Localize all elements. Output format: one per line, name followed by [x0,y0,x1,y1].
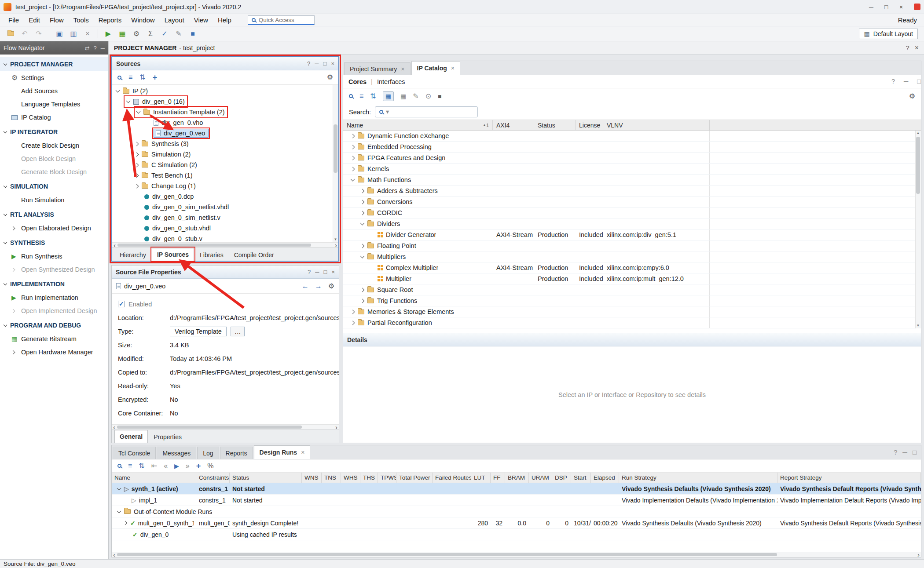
chevron-right-icon[interactable] [351,309,355,314]
help-icon[interactable] [308,269,311,275]
toggle-panel-icon[interactable] [85,45,90,51]
close-tab-icon[interactable] [301,449,304,455]
catalog-row[interactable]: Math Functions [343,175,921,186]
chevron-right-icon[interactable] [135,173,139,178]
column-dsp[interactable]: DSP [552,473,571,483]
enabled-checkbox[interactable] [118,301,125,307]
edit-icon[interactable] [172,28,185,40]
chevron-right-icon[interactable] [135,142,139,146]
minimize-panel-icon[interactable] [902,449,907,455]
tree-item-sim-netlist-vhdl[interactable]: div_gen_0_sim_netlist.vhdl [112,202,338,212]
tree-item-synthesis[interactable]: Synthesis (3) [112,138,338,149]
column-license[interactable]: License [576,120,603,130]
browse-button[interactable]: … [231,327,245,336]
column-lut[interactable]: LUT [471,473,491,483]
vertical-scrollbar[interactable] [333,85,338,242]
close-icon[interactable] [894,4,909,10]
column-tns[interactable]: TNS [322,473,341,483]
horizontal-scrollbar[interactable] [112,424,339,430]
add-run-icon[interactable] [196,462,201,470]
chevron-down-icon[interactable] [351,177,355,182]
column-status[interactable]: Status [230,473,302,483]
tree-item-stub-v[interactable]: div_gen_0_stub.v [112,233,338,242]
close-tab-icon[interactable] [401,66,404,72]
menu-edit[interactable]: Edit [24,14,45,26]
flow-item-run-synthesis[interactable]: Run Synthesis [0,250,108,263]
flow-section-synthesis[interactable]: SYNTHESIS [0,236,108,250]
flow-item-language-templates[interactable]: Language Templates [0,98,108,111]
customize-icon[interactable] [413,93,418,100]
chevron-down-icon[interactable] [117,509,121,513]
chevron-right-icon[interactable] [135,152,139,157]
redo-icon[interactable] [33,28,45,40]
add-sources-icon[interactable] [153,73,158,81]
flow-section-rtl-analysis[interactable]: RTL ANALYSIS [0,208,108,222]
float-panel-icon[interactable] [324,269,327,275]
expand-collapse-icon[interactable] [139,74,145,81]
catalog-row-complex-multiplier[interactable]: Complex MultiplierAXI4-StreamProductionI… [343,262,921,273]
menu-view[interactable]: View [189,14,213,26]
catalog-searchbox[interactable] [375,106,478,117]
flow-section-ip-integrator[interactable]: IP INTEGRATOR [0,125,108,139]
catalog-row-divider-generator[interactable]: Divider GeneratorAXI4-StreamProductionIn… [343,229,921,240]
column-whs[interactable]: WHS [341,473,360,483]
undo-icon[interactable] [18,28,31,40]
tab-properties[interactable]: Properties [149,431,187,443]
view-tree-icon[interactable] [400,93,406,99]
catalog-row[interactable]: Adders & Subtracters [343,186,921,197]
collapse-all-icon[interactable] [128,462,132,470]
float-panel-icon[interactable] [913,449,917,455]
tab-hierarchy[interactable]: Hierarchy [115,249,151,261]
tree-item-instantiation-template[interactable]: Instantiation Template (2) [112,107,338,117]
flow-item-open-implemented-design[interactable]: Open Implemented Design [0,304,108,317]
maximize-icon[interactable] [879,4,894,10]
catalog-row[interactable]: Embedded Processing [343,142,921,153]
tree-item-test-bench[interactable]: Test Bench (1) [112,170,338,181]
chevron-right-icon[interactable] [360,299,365,303]
column-run-strategy[interactable]: Run Strategy [619,473,777,483]
tree-item-div-gen-0-veo[interactable]: div_gen_0.veo [112,128,338,138]
details-icon[interactable] [438,93,441,99]
scroll-up-icon[interactable] [916,131,920,135]
flow-section-implementation[interactable]: IMPLEMENTATION [0,277,108,291]
flow-item-create-block-design[interactable]: Create Block Design [0,139,108,152]
tree-item-c-simulation[interactable]: C Simulation (2) [112,160,338,170]
scrollbar-thumb[interactable] [117,426,302,429]
tab-compile-order[interactable]: Compile Order [229,249,279,261]
column-bram[interactable]: BRAM [505,473,529,483]
scroll-down-icon[interactable] [333,238,338,241]
back-icon[interactable] [164,462,168,470]
collapse-all-icon[interactable] [359,93,363,100]
catalog-row[interactable]: FPGA Features and Design [343,153,921,164]
tab-general[interactable]: General [114,430,148,443]
tab-project-summary[interactable]: Project Summary [344,62,411,75]
chevron-right-icon[interactable] [351,320,355,325]
column-axi4[interactable]: AXI4 [493,120,534,130]
vertical-scrollbar[interactable] [915,131,921,328]
column-status[interactable]: Status [534,120,576,130]
column-name[interactable]: Name1 [343,120,493,130]
flow-item-settings[interactable]: Settings [0,71,108,84]
catalog-row[interactable]: Kernels [343,164,921,175]
delete-icon[interactable] [81,28,94,40]
tab-reports[interactable]: Reports [220,447,253,459]
settings-icon[interactable] [909,93,915,100]
flow-item-generate-bitstream[interactable]: Generate Bitstream [0,332,108,346]
catalog-row[interactable]: Trig Functions [343,295,921,306]
save-icon[interactable] [53,28,66,40]
type-dropdown[interactable]: Verilog Template [170,327,227,336]
catalog-row[interactable]: Dividers [343,218,921,229]
catalog-row[interactable]: Partial Reconfiguration [343,317,921,328]
validate-icon[interactable] [158,28,171,40]
catalog-row[interactable]: Multipliers [343,251,921,262]
flow-item-add-sources[interactable]: Add Sources [0,84,108,98]
run-row-div-gen-0[interactable]: div_gen_0 Using cached IP results [112,529,921,540]
catalog-search-input[interactable] [392,109,473,115]
play-icon[interactable] [174,463,179,469]
quick-access-box[interactable] [248,15,315,25]
tree-item-change-log[interactable]: Change Log (1) [112,181,338,191]
chevron-right-icon[interactable] [123,521,128,525]
chevron-down-icon[interactable] [126,99,131,103]
column-vlnv[interactable]: VLNV [603,120,710,130]
column-name[interactable]: Name [112,473,196,483]
